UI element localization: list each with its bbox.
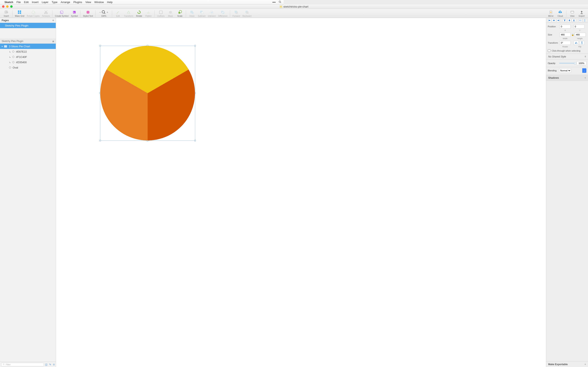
window-title: sketchtricks-pie-chart — [283, 5, 284, 8]
forward-label: Forward — [233, 15, 240, 17]
main: Pages + Sketchy Pies Plugin Sketchy Pies… — [0, 18, 284, 177]
layer-label: #E67E22 — [16, 50, 27, 53]
menu-edit[interactable]: Edit — [24, 1, 29, 4]
svg-rect-5 — [18, 11, 19, 12]
menu-file[interactable]: File — [17, 1, 21, 4]
backward-button[interactable]: Backward — [242, 10, 251, 17]
svg-text:T: T — [87, 11, 89, 14]
outlines-button[interactable]: Outlines — [157, 10, 164, 17]
traffic-lights[interactable] — [2, 5, 13, 8]
forward-button[interactable]: Forward — [233, 10, 240, 17]
path-icon: ↳ — [9, 56, 11, 58]
scissors-button[interactable]: Scissors — [42, 10, 50, 17]
rotate-button[interactable]: Rotate — [136, 10, 143, 17]
pie-chart[interactable] — [100, 46, 195, 141]
edit-button[interactable]: Edit — [114, 10, 121, 17]
svg-rect-6 — [20, 11, 21, 12]
menu-arrange[interactable]: Arrange — [61, 1, 70, 4]
difference-label: Difference — [218, 15, 227, 17]
oval-icon — [12, 50, 14, 53]
layer-slice-1[interactable]: ↳ #E67E22 — [0, 49, 56, 54]
insert-button[interactable]: Insert — [3, 10, 10, 17]
edit-label: Edit — [116, 15, 120, 17]
layer-oval[interactable]: Oval — [0, 65, 56, 70]
menu-help[interactable]: Help — [107, 1, 112, 4]
scissors-label: Scissors — [42, 15, 50, 17]
create-symbol-label: Create Symbol — [55, 15, 68, 17]
svg-point-22 — [169, 11, 172, 14]
layer-group-label: 3 Slices Pie Chart — [9, 45, 30, 48]
transform-label: Transform — [124, 15, 133, 17]
styled-text-button[interactable]: T Styled Text — [83, 10, 93, 17]
intersect-label: Intersect — [208, 15, 216, 17]
svg-rect-21 — [159, 11, 162, 14]
mask-button[interactable]: Mask — [167, 10, 174, 17]
layer-label: #F1C40F — [16, 55, 27, 58]
layer-group[interactable]: ▾ 3 Slices Pie Chart — [0, 44, 56, 49]
subtract-button[interactable]: Subtract — [198, 10, 205, 17]
make-grid-label: Make Grid — [15, 15, 24, 17]
insert-label: Insert — [4, 15, 9, 17]
make-grid-button[interactable]: Make Grid — [15, 10, 24, 17]
intersect-button[interactable]: Intersect — [208, 10, 216, 17]
path-icon: ↳ — [9, 50, 11, 53]
rotate-copies-button[interactable]: Rotate Copies — [27, 10, 40, 17]
layer-slice-3[interactable]: ↳ #D35400 — [0, 59, 56, 65]
menu-app[interactable]: Sketch — [4, 1, 13, 4]
svg-point-20 — [147, 12, 150, 13]
create-symbol-button[interactable]: Create Symbol — [55, 10, 68, 17]
backward-label: Backward — [242, 15, 251, 17]
page-name: Sketchy Pies Plugin — [5, 24, 28, 27]
menu-layer[interactable]: Layer — [42, 1, 49, 4]
toolbar: Insert Make Grid Rotate Copies Scissors … — [0, 9, 284, 18]
rotate-copies-label: Rotate Copies — [27, 15, 40, 17]
svg-rect-31 — [212, 12, 213, 13]
rotate-label: Rotate — [136, 15, 142, 17]
zoom-icon[interactable] — [10, 5, 13, 8]
document-icon — [280, 6, 282, 8]
svg-rect-28 — [201, 12, 203, 14]
svg-rect-8 — [20, 12, 21, 14]
flatten-button[interactable]: Flatten — [145, 10, 152, 17]
svg-point-18 — [102, 11, 105, 13]
symbol-button[interactable]: Symbol — [71, 10, 78, 17]
close-icon[interactable] — [2, 5, 4, 8]
layer-label: #D35400 — [16, 61, 27, 64]
union-label: Union — [189, 15, 195, 17]
page-row[interactable]: Sketchy Pies Plugin — [0, 23, 56, 28]
left-panel: Pages + Sketchy Pies Plugin Sketchy Pies… — [0, 18, 56, 177]
add-page-icon[interactable]: + — [52, 18, 54, 22]
svg-point-0 — [279, 1, 281, 2]
union-button[interactable]: Union — [189, 10, 195, 17]
zoom-label: 100% — [101, 15, 106, 17]
difference-button[interactable]: Difference — [218, 10, 227, 17]
chevron-down-icon[interactable]: ▾ — [2, 45, 4, 48]
svg-rect-7 — [18, 12, 19, 14]
folder-icon — [4, 45, 7, 48]
artboard-header[interactable]: Sketchy Pies Plugin ▣ — [0, 39, 56, 44]
pages-header: Pages + — [0, 18, 56, 23]
svg-rect-26 — [191, 12, 193, 14]
minimize-icon[interactable] — [6, 5, 9, 8]
canvas[interactable] — [56, 18, 284, 177]
menu-type[interactable]: Type — [52, 1, 57, 4]
svg-point-24 — [179, 10, 182, 13]
layer-slice-2[interactable]: ↳ #F1C40F — [0, 54, 56, 59]
zoom-control[interactable]: −+ 100% — [98, 10, 109, 17]
menu-plugins[interactable]: Plugins — [73, 1, 82, 4]
path-icon: ↳ — [9, 61, 11, 63]
menu-view[interactable]: View — [85, 1, 91, 4]
layer-label: Oval — [13, 66, 18, 69]
scale-label: Scale — [177, 15, 182, 17]
overflow-icon[interactable]: ••• — [272, 0, 276, 4]
menu-insert[interactable]: Insert — [32, 1, 39, 4]
flatten-label: Flatten — [145, 15, 152, 17]
oval-icon — [12, 56, 14, 58]
collapse-icon[interactable]: ▣ — [52, 40, 54, 42]
artboard-name: Sketchy Pies Plugin — [2, 40, 23, 43]
scale-button[interactable]: Scale — [176, 10, 183, 17]
menu-window[interactable]: Window — [94, 1, 104, 4]
oval-icon — [12, 61, 14, 63]
transform-button[interactable]: Transform — [124, 10, 133, 17]
spotlight-icon[interactable] — [278, 0, 282, 4]
